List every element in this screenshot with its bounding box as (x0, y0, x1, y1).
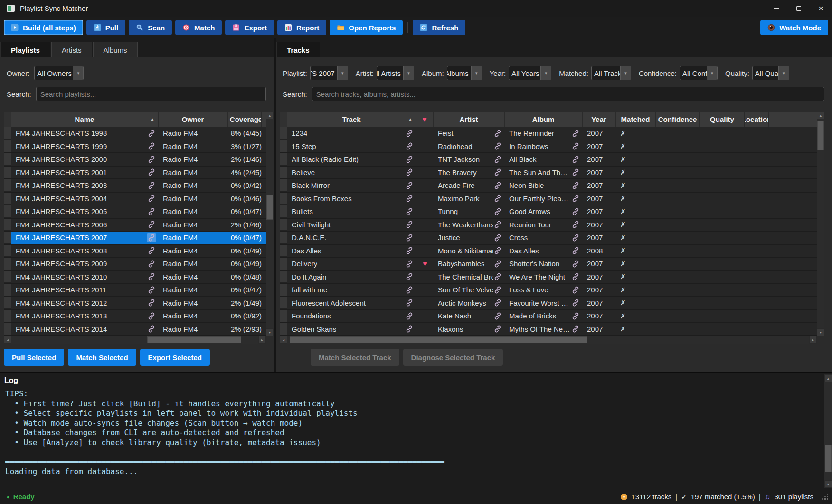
link-icon[interactable] (148, 195, 155, 202)
link-icon[interactable] (572, 325, 579, 333)
track-row[interactable]: Civil TwilightThe WeakerthansReunion Tou… (280, 219, 817, 232)
link-icon[interactable] (148, 142, 155, 150)
link-icon[interactable] (494, 195, 501, 202)
link-icon[interactable] (494, 156, 501, 163)
playlist-row[interactable]: FM4 JAHRESCHARTS 1999Radio FM43% (1/27) (4, 140, 266, 154)
link-icon[interactable] (406, 325, 413, 333)
match-selected-track-button[interactable]: Match Selected Track (311, 349, 399, 366)
link-icon[interactable] (572, 286, 579, 294)
artist-filter[interactable]: All Artists▼ (377, 66, 414, 80)
playlist-row[interactable]: FM4 JAHRESCHARTS 2007Radio FM40% (0/47) (4, 232, 266, 245)
tab-albums[interactable]: Albums (93, 42, 138, 57)
track-row[interactable]: BelieveThe BraveryThe Sun And The Moon20… (280, 167, 817, 180)
playlist-filter[interactable]: FM4 JAHRESCHARTS 2007▼ (310, 66, 348, 80)
link-icon[interactable] (148, 221, 155, 228)
column-header-album[interactable]: Album (505, 112, 583, 127)
track-row[interactable]: Do It AgainThe Chemical BrothersWe Are T… (280, 271, 817, 284)
column-header-matched[interactable]: Matched (616, 112, 656, 127)
link-icon[interactable] (572, 234, 579, 242)
link-icon[interactable] (572, 156, 579, 163)
scroll-right-button[interactable]: ► (809, 336, 817, 344)
track-search-input[interactable] (312, 87, 824, 101)
playlist-row[interactable]: FM4 JAHRESCHARTS 2005Radio FM40% (0/47) (4, 205, 266, 219)
link-icon[interactable] (406, 130, 413, 137)
scroll-down-button[interactable]: ▼ (824, 480, 832, 488)
scroll-right-button[interactable]: ► (258, 336, 266, 344)
report-button[interactable]: Report (277, 20, 326, 35)
scrollbar-thumb[interactable] (825, 445, 832, 472)
vertical-scrollbar[interactable]: ▲ ▼ (266, 112, 274, 336)
track-row[interactable]: Das AllesMono & NikitamanDas Alles2008✗ (280, 245, 817, 258)
confidence-filter[interactable]: All Confidence▼ (680, 66, 718, 80)
column-header-name[interactable]: Name▲ (11, 112, 159, 127)
link-icon[interactable] (494, 182, 501, 189)
match-selected-button[interactable]: Match Selected (68, 349, 136, 366)
track-row[interactable]: D.A.N.C.E.JusticeCross2007✗ (280, 232, 817, 245)
link-icon[interactable] (406, 312, 413, 320)
link-icon[interactable] (148, 299, 155, 307)
track-row[interactable]: fall with meSon Of The Velvet RatLoss & … (280, 284, 817, 297)
scroll-up-button[interactable]: ▲ (266, 112, 274, 119)
link-icon[interactable] (406, 195, 413, 202)
link-icon[interactable] (406, 168, 413, 176)
track-row[interactable]: All Black (Radio Edit)TNT JacksonAll Bla… (280, 153, 817, 167)
link-icon[interactable] (148, 312, 155, 320)
watch-mode-button[interactable]: Watch Mode (760, 20, 828, 35)
column-header-coverage[interactable]: Coverage (228, 112, 262, 127)
pull-button[interactable]: Pull (86, 20, 126, 35)
link-icon[interactable] (406, 286, 413, 294)
scrollbar-thumb[interactable] (817, 121, 824, 150)
link-icon[interactable] (572, 130, 579, 137)
column-header-quality[interactable]: Quality (700, 112, 745, 127)
scrollbar-thumb[interactable] (266, 195, 273, 220)
link-icon[interactable] (406, 182, 413, 189)
column-header-year[interactable]: Year (583, 112, 616, 127)
link-icon[interactable] (148, 273, 155, 280)
export-button[interactable]: Export (225, 20, 274, 35)
playlist-search-input[interactable] (36, 87, 266, 101)
link-icon[interactable] (494, 130, 501, 137)
track-row[interactable]: Golden SkansKlaxonsMyths Of The Near Fut… (280, 323, 817, 336)
column-header-owner[interactable]: Owner (159, 112, 228, 127)
close-button[interactable]: ✕ (810, 0, 832, 17)
track-row[interactable]: BulletsTunngGood Arrows2007✗ (280, 205, 817, 219)
column-header-track[interactable]: Track▲ (287, 112, 416, 127)
link-icon[interactable] (572, 247, 579, 254)
track-row[interactable]: FoundationsKate NashMade of Bricks2007✗ (280, 310, 817, 323)
track-row[interactable]: 1234FeistThe Reminder2007✗ (280, 127, 817, 140)
year-filter[interactable]: All Years▼ (509, 66, 551, 80)
link-icon[interactable] (406, 299, 413, 307)
log-scrollbar[interactable]: ▲ ▼ (824, 374, 832, 488)
playlist-row[interactable]: FM4 JAHRESCHARTS 2001Radio FM44% (2/45) (4, 167, 266, 180)
link-icon[interactable] (406, 156, 413, 163)
horizontal-scrollbar[interactable]: ◄ ► (4, 336, 266, 344)
playlist-row[interactable]: FM4 JAHRESCHARTS 2000Radio FM42% (1/46) (4, 153, 266, 167)
link-icon[interactable] (406, 247, 413, 254)
link-icon[interactable] (494, 247, 501, 254)
link-icon[interactable] (494, 286, 501, 294)
link-icon[interactable] (406, 142, 413, 150)
playlist-row[interactable]: FM4 JAHRESCHARTS 2006Radio FM42% (1/46) (4, 219, 266, 232)
link-icon[interactable] (148, 260, 155, 268)
link-icon[interactable] (148, 156, 155, 163)
scan-button[interactable]: Scan (129, 20, 172, 35)
playlist-row[interactable]: FM4 JAHRESCHARTS 2014Radio FM42% (2/93) (4, 323, 266, 336)
playlist-row[interactable]: FM4 JAHRESCHARTS 2003Radio FM40% (0/42) (4, 179, 266, 193)
column-header-artist[interactable]: Artist (434, 112, 505, 127)
link-icon[interactable] (406, 260, 413, 268)
link-icon[interactable] (572, 299, 579, 307)
link-icon[interactable] (572, 168, 579, 176)
scroll-up-button[interactable]: ▲ (824, 374, 832, 382)
owner-filter[interactable]: All Owners ▼ (34, 66, 84, 80)
link-icon[interactable] (572, 142, 579, 150)
tab-tracks[interactable]: Tracks (276, 42, 320, 57)
link-icon[interactable] (494, 260, 501, 268)
link-icon[interactable] (148, 286, 155, 294)
link-icon[interactable] (494, 325, 501, 333)
scroll-left-button[interactable]: ◄ (280, 336, 287, 344)
scroll-down-button[interactable]: ▼ (817, 328, 824, 336)
link-icon[interactable] (148, 130, 155, 137)
scroll-up-button[interactable]: ▲ (817, 112, 824, 119)
pull-selected-button[interactable]: Pull Selected (4, 349, 64, 366)
link-icon[interactable] (572, 273, 579, 280)
